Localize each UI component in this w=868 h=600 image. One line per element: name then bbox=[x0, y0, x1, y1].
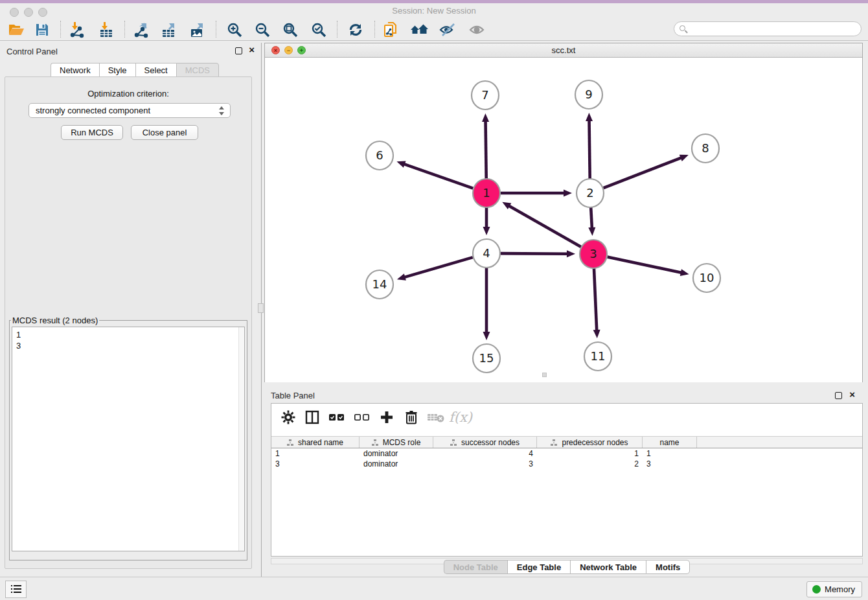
column-header-successor-nodes[interactable]: successor nodes bbox=[433, 437, 537, 448]
search-input[interactable] bbox=[674, 21, 862, 36]
column-tree-icon bbox=[551, 439, 558, 446]
table-cell[interactable]: 3 bbox=[433, 459, 537, 469]
tab-edge-table[interactable]: Edge Table bbox=[507, 560, 570, 574]
divider-grip[interactable] bbox=[258, 303, 264, 313]
edge-1-7[interactable] bbox=[486, 121, 486, 179]
toolbar-separator bbox=[374, 21, 375, 38]
edge-3-10[interactable] bbox=[608, 257, 682, 273]
tab-style[interactable]: Style bbox=[99, 63, 135, 77]
home-view-icon[interactable] bbox=[407, 20, 432, 39]
optimization-criterion-value: strongly connected component bbox=[36, 106, 150, 115]
tab-motifs[interactable]: Motifs bbox=[646, 560, 690, 574]
table-panel-header: Table Panel × bbox=[264, 387, 863, 405]
export-network-icon[interactable] bbox=[128, 20, 153, 39]
tab-network-table[interactable]: Network Table bbox=[570, 560, 646, 574]
optimization-criterion-select[interactable]: strongly connected component bbox=[29, 103, 231, 118]
list-icon bbox=[11, 585, 21, 594]
close-panel-button[interactable]: Close panel bbox=[131, 125, 198, 140]
table-row[interactable]: 3dominator323 bbox=[271, 459, 862, 469]
table-cell[interactable]: 1 bbox=[271, 448, 360, 459]
table-row[interactable]: 1dominator411 bbox=[271, 448, 862, 459]
split-view-icon[interactable] bbox=[302, 408, 323, 427]
save-session-icon[interactable] bbox=[30, 20, 54, 39]
zoom-in-icon[interactable] bbox=[222, 20, 247, 39]
hide-graphics-details-icon[interactable] bbox=[435, 20, 460, 39]
run-mcds-button[interactable]: Run MCDS bbox=[61, 125, 123, 140]
canvas-grip[interactable] bbox=[542, 373, 547, 377]
show-graphics-details-icon[interactable] bbox=[464, 20, 489, 39]
clone-network-icon[interactable] bbox=[379, 20, 404, 39]
add-column-icon[interactable] bbox=[376, 408, 397, 427]
refresh-icon[interactable] bbox=[343, 20, 368, 39]
task-history-button[interactable] bbox=[5, 581, 27, 598]
graph-node-label: 7 bbox=[481, 88, 488, 102]
graph-node-label: 11 bbox=[591, 349, 606, 363]
column-header-shared-name[interactable]: shared name bbox=[271, 437, 360, 448]
network-frame-title: scc.txt bbox=[265, 45, 862, 55]
delete-column-icon[interactable] bbox=[401, 408, 422, 427]
tab-node-table[interactable]: Node Table bbox=[444, 560, 507, 574]
tab-mcds[interactable]: MCDS bbox=[176, 63, 219, 77]
zoom-fit-icon[interactable] bbox=[278, 20, 303, 39]
table-cell[interactable]: 1 bbox=[537, 448, 643, 459]
edge-2-8[interactable] bbox=[604, 157, 682, 188]
import-network-icon[interactable] bbox=[64, 20, 89, 39]
close-table-panel-icon[interactable]: × bbox=[849, 389, 855, 400]
table-header-row[interactable]: shared nameMCDS rolesuccessor nodesprede… bbox=[271, 436, 862, 448]
node-table-container: f(x) shared nameMCDS rolesuccessor nodes… bbox=[271, 403, 863, 557]
network-frame-titlebar: × − + scc.txt bbox=[265, 43, 862, 58]
export-image-icon[interactable] bbox=[185, 20, 209, 39]
memory-button[interactable]: Memory bbox=[806, 581, 862, 597]
mcds-result-title: MCDS result (2 nodes) bbox=[11, 316, 99, 325]
edge-3-1[interactable] bbox=[508, 205, 581, 247]
edge-2-3[interactable] bbox=[591, 207, 592, 229]
network-graph[interactable]: 7968124314101511 bbox=[265, 58, 862, 382]
deselect-all-icon[interactable] bbox=[352, 408, 372, 427]
edge-arrowhead bbox=[680, 155, 689, 161]
edge-2-9[interactable] bbox=[589, 120, 590, 179]
column-header-predecessor-nodes[interactable]: predecessor nodes bbox=[537, 437, 643, 448]
table-cell[interactable]: 4 bbox=[433, 448, 537, 459]
result-scrollbar[interactable] bbox=[238, 327, 244, 551]
column-header-MCDS-role[interactable]: MCDS role bbox=[360, 437, 433, 448]
control-panel: Control Panel × NetworkStyleSelectMCDS O… bbox=[0, 43, 262, 577]
float-panel-icon[interactable] bbox=[235, 47, 242, 54]
table-body[interactable]: 1dominator4113dominator323 bbox=[271, 448, 862, 469]
memory-label: Memory bbox=[825, 584, 855, 594]
column-header-name[interactable]: name bbox=[643, 437, 697, 448]
graph-node-label: 3 bbox=[589, 247, 597, 260]
toolbar-separator bbox=[124, 21, 125, 38]
select-arrows-icon bbox=[219, 106, 225, 115]
table-cell[interactable]: dominator bbox=[360, 459, 433, 469]
edge-4-14[interactable] bbox=[404, 257, 472, 277]
table-cell[interactable]: 3 bbox=[643, 459, 697, 469]
main-toolbar bbox=[0, 18, 868, 41]
table-cell[interactable]: 1 bbox=[643, 448, 697, 459]
mcds-result-text[interactable]: 1 3 bbox=[12, 327, 245, 551]
network-view-frame: × − + scc.txt 7968124314101511 bbox=[264, 43, 863, 382]
float-table-panel-icon[interactable] bbox=[835, 392, 842, 399]
table-cell[interactable]: dominator bbox=[360, 448, 433, 459]
network-canvas[interactable]: 7968124314101511 bbox=[265, 58, 862, 382]
import-table-icon[interactable] bbox=[94, 20, 119, 39]
node-table[interactable]: shared nameMCDS rolesuccessor nodesprede… bbox=[271, 436, 862, 469]
close-panel-icon[interactable]: × bbox=[249, 44, 255, 55]
tab-select[interactable]: Select bbox=[135, 63, 176, 77]
toolbar-separator bbox=[60, 21, 61, 38]
open-file-icon[interactable] bbox=[4, 20, 29, 39]
zoom-out-icon[interactable] bbox=[250, 20, 275, 39]
table-cell[interactable]: 2 bbox=[537, 459, 643, 469]
edge-3-11[interactable] bbox=[594, 268, 597, 331]
graph-node-label: 1 bbox=[483, 186, 490, 200]
zoom-selected-icon[interactable] bbox=[306, 20, 331, 39]
settings-gear-icon[interactable] bbox=[278, 408, 299, 427]
delete-table-icon[interactable] bbox=[426, 408, 446, 427]
column-label: predecessor nodes bbox=[562, 438, 628, 447]
edge-4-3[interactable] bbox=[501, 253, 568, 254]
export-table-icon[interactable] bbox=[156, 20, 181, 39]
edge-1-6[interactable] bbox=[404, 164, 473, 189]
select-all-icon[interactable] bbox=[326, 408, 347, 427]
table-cell[interactable]: 3 bbox=[271, 459, 360, 469]
column-label: name bbox=[659, 438, 679, 447]
tab-network[interactable]: Network bbox=[51, 63, 99, 77]
